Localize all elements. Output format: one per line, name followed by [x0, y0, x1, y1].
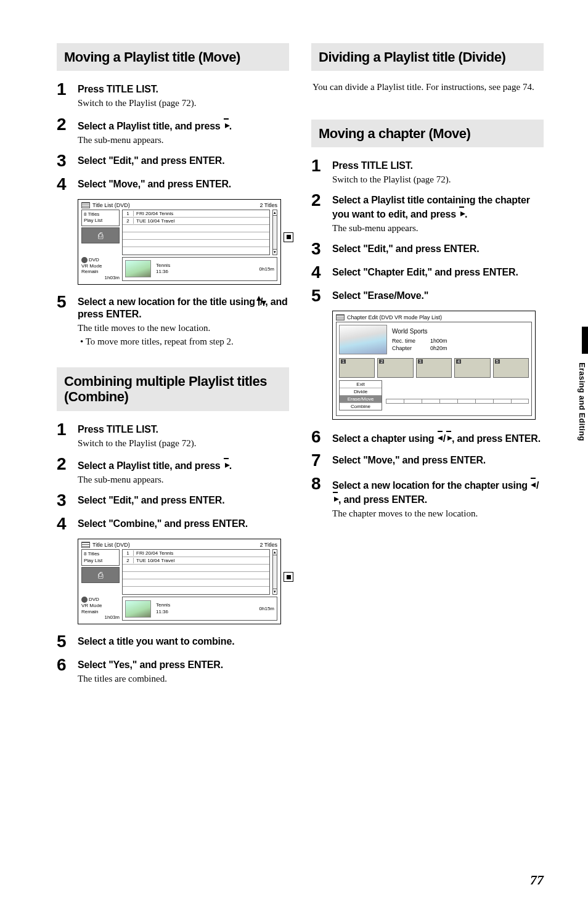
section-header-move-title: Moving a Playlist title (Move): [57, 43, 289, 71]
ss-header-left: Title List (DVD): [92, 542, 130, 548]
thumb-num: 1: [341, 359, 346, 364]
step-number: 8: [311, 475, 324, 492]
ss-mode2: VR Mode: [81, 263, 120, 269]
step-title-part: Select a new location for the chapter us…: [332, 480, 530, 491]
thumbnail-image: [125, 600, 151, 618]
ss-table: 1FRI 20/04 Tennis 2TUE 10/04 Travel: [122, 549, 270, 595]
step-title: Select "Combine," and press ENTER.: [78, 518, 289, 530]
ss-remain: DVD VR Mode Remain 1h03m: [81, 597, 120, 621]
step-title-part: Select a Playlist title, and press: [78, 460, 223, 471]
thumbnail-image: [125, 260, 151, 277]
step-number: 5: [57, 293, 69, 311]
chapter-thumb: 3: [416, 358, 452, 378]
title-list-screenshot: Title List (DVD) 2 Titles 8 Titles Play …: [78, 539, 281, 624]
step-desc: The title moves to the new location.: [78, 322, 289, 334]
chapter-menu: Exit Divide Erase/Move Combine: [339, 380, 382, 410]
thumb-time: 11:36: [156, 609, 170, 615]
step-number: 5: [311, 287, 324, 304]
ss-remain-time: 1h03m: [81, 275, 120, 281]
thumb-title: Tennis: [156, 263, 170, 269]
ss-sidebar-box: 8 Titles Play List: [81, 549, 120, 566]
section-header-move-chapter: Moving a chapter (Move): [311, 120, 544, 147]
menu-item-divide: Divide: [340, 388, 382, 396]
step-title: Select a chapter using /, and press ENTE…: [332, 431, 544, 445]
up-arrow-icon: [258, 301, 259, 306]
menu-item-combine: Combine: [340, 403, 382, 410]
step-number: 6: [57, 656, 69, 674]
disc-icon: [81, 597, 88, 603]
step-2: 2 Select a Playlist title containing the…: [311, 192, 544, 234]
scroll-down-icon: ▾: [274, 589, 276, 594]
step-number: 3: [57, 492, 69, 509]
ss-header-right: 2 Titles: [259, 202, 277, 208]
step-desc: The titles are combined.: [78, 672, 289, 685]
thumb-num: 2: [379, 359, 384, 364]
chapter-edit-screenshot: Chapter Edit (DVD VR mode Play List) Wor…: [332, 311, 536, 420]
playlist-icon: ⎙: [81, 227, 120, 243]
step-title: Press TITLE LIST.: [78, 423, 289, 436]
thumb-title: Tennis: [156, 602, 170, 608]
step-number: 2: [57, 455, 69, 473]
thumb-duration: 0h15m: [259, 606, 274, 611]
step-title: Select "Move," and press ENTER.: [78, 178, 289, 190]
step-number: 4: [311, 264, 324, 281]
step-title-part: .: [465, 209, 467, 219]
step-title: Select "Chapter Edit," and press ENTER.: [332, 266, 544, 279]
ss-thumb-area: Tennis 11:36 0h15m: [122, 597, 277, 621]
step-desc: The sub-menu appears.: [332, 222, 544, 234]
ss-mode: DVD: [89, 257, 99, 263]
step-title: Select a Playlist title, and press .: [78, 118, 289, 133]
step-desc: The sub-menu appears.: [78, 473, 289, 486]
step-number: 5: [57, 633, 69, 650]
ss-row-num: 2: [123, 218, 134, 224]
step-8: 8 Select a new location for the chapter …: [311, 475, 544, 520]
chapter-label: Chapter: [392, 345, 415, 353]
ss-row-num: 2: [123, 558, 134, 563]
step-title-part: .: [229, 460, 232, 471]
ss-remain-time: 1h03m: [81, 614, 120, 621]
list-icon: [81, 202, 90, 208]
step-title-part: .: [229, 121, 232, 131]
step-6: 6 Select "Yes," and press ENTER. The tit…: [57, 656, 289, 685]
step-3: 3 Select "Edit," and press ENTER.: [57, 492, 289, 509]
page-number: 77: [530, 872, 544, 888]
scroll-up-icon: ▴: [274, 550, 276, 555]
step-title: Select a new location for the chapter us…: [332, 478, 544, 506]
step-title: Select "Erase/Move.": [332, 290, 544, 302]
ss-sidebar-text: Play List: [84, 218, 117, 224]
preview-image: [339, 325, 387, 354]
ss-row-text: TUE 10/04 Travel: [134, 218, 269, 224]
side-tab: Erasing and Editing: [573, 327, 588, 468]
chapter-thumb: 1: [339, 358, 375, 378]
ss-thumb-area: Tennis 11:36 0h15m: [122, 257, 277, 281]
step-desc: The chapter moves to the new location.: [332, 507, 544, 520]
step-desc: Switch to the Playlist (page 72).: [78, 97, 289, 109]
right-arrow-icon: [224, 118, 229, 120]
step-bullet: • To move more titles, repeat from step …: [78, 335, 289, 348]
step-3: 3 Select "Edit," and press ENTER.: [57, 152, 289, 169]
step-desc: The sub-menu appears.: [78, 134, 289, 146]
step-number: 3: [311, 240, 324, 258]
step-number: 1: [311, 157, 324, 174]
title-list-screenshot: Title List (DVD) 2 Titles 8 Titles Play …: [78, 199, 281, 285]
right-arrow-icon: [224, 458, 229, 459]
ss-row-text: FRI 20/04 Tennis: [134, 211, 269, 216]
chapter-thumb: 2: [377, 358, 413, 378]
ch-header: Chapter Edit (DVD VR mode Play List): [347, 314, 442, 320]
step-title-part: , and press ENTER.: [338, 494, 427, 505]
ss-row-text: FRI 20/04 Tennis: [134, 550, 269, 556]
disc-icon: [81, 257, 88, 263]
ss-scrollbar: ▴▾: [272, 549, 277, 595]
thumb-num: 4: [456, 359, 461, 364]
step-4: 4 Select "Chapter Edit," and press ENTER…: [311, 264, 544, 281]
rec-time-label: Rec. time: [392, 337, 415, 345]
ss-row-num: 1: [123, 550, 134, 556]
step-number: 2: [311, 192, 324, 209]
step-4: 4 Select "Combine," and press ENTER.: [57, 515, 289, 532]
timeline-bar: [386, 399, 529, 404]
step-title: Select "Edit," and press ENTER.: [332, 243, 544, 255]
step-title-part: Select a Playlist title, and press: [78, 121, 223, 131]
step-number: 4: [57, 176, 69, 193]
step-number: 3: [57, 152, 69, 169]
ss-sidebar-text: Play List: [84, 558, 117, 564]
